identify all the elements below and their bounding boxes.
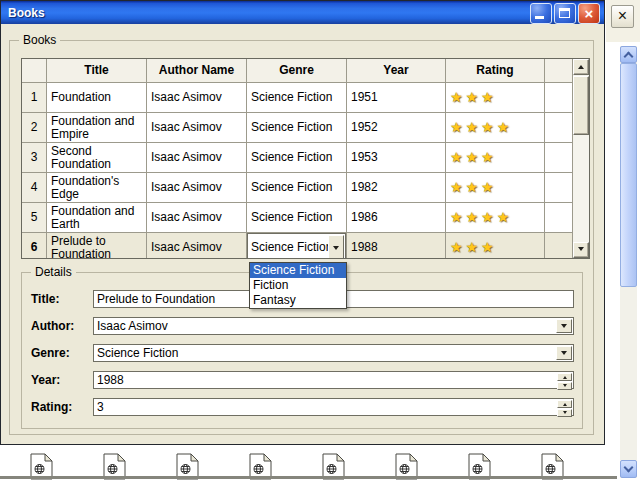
- genre-cell[interactable]: Science Fiction: [247, 113, 347, 143]
- row-number-cell[interactable]: 4: [22, 173, 47, 203]
- year-cell[interactable]: 1951: [347, 83, 446, 113]
- star-rating-icons: ★★★: [450, 91, 497, 104]
- author-field-label: Author:: [31, 317, 74, 335]
- table-scroll-up-button[interactable]: [573, 59, 589, 75]
- year-spinner-input[interactable]: [94, 372, 556, 388]
- genre-combobox-input[interactable]: [94, 345, 556, 361]
- header-genre[interactable]: Genre: [247, 59, 347, 83]
- author-combobox-dropdown-button[interactable]: [556, 319, 572, 333]
- table-row[interactable]: 5 Foundation and Earth Isaac Asimov Scie…: [22, 203, 572, 233]
- genre-field-label: Genre:: [31, 344, 70, 362]
- author-field: [93, 317, 574, 335]
- author-cell[interactable]: Isaac Asimov: [147, 113, 247, 143]
- genre-combobox[interactable]: Science Fiction: [247, 233, 346, 259]
- title-cell[interactable]: Prelude to Foundation: [47, 233, 147, 259]
- year-spin-up-button[interactable]: [557, 373, 572, 381]
- rating-spin-down-button[interactable]: [557, 409, 572, 417]
- header-author[interactable]: Author Name: [147, 59, 247, 83]
- dropdown-option-fiction[interactable]: Fiction: [250, 278, 346, 293]
- row-number-cell[interactable]: 6: [22, 233, 47, 259]
- year-field: [93, 371, 574, 389]
- screen: Books × Books Title Author Name Genre Ye…: [0, 0, 640, 480]
- genre-combobox-dropdown-button[interactable]: [556, 346, 572, 360]
- row-number-cell[interactable]: 2: [22, 113, 47, 143]
- table-scrollbar-thumb[interactable]: [573, 76, 589, 135]
- table-header-row: Title Author Name Genre Year Rating: [22, 59, 572, 83]
- table-row[interactable]: 4 Foundation's Edge Isaac Asimov Science…: [22, 173, 572, 203]
- title-cell[interactable]: Foundation's Edge: [47, 173, 147, 203]
- table-row[interactable]: 1 Foundation Isaac Asimov Science Fictio…: [22, 83, 572, 113]
- rating-cell[interactable]: ★★★★: [446, 203, 545, 233]
- title-cell[interactable]: Foundation and Earth: [47, 203, 147, 233]
- year-spin-down-button[interactable]: [557, 382, 572, 390]
- title-cell[interactable]: Foundation and Empire: [47, 113, 147, 143]
- close-button[interactable]: ×: [578, 3, 600, 24]
- window-title: Books: [1, 6, 45, 20]
- close-icon: ×: [618, 7, 627, 24]
- books-window: Books × Books Title Author Name Genre Ye…: [0, 0, 605, 445]
- author-combobox-input[interactable]: [94, 318, 556, 334]
- genre-combobox-dropdown-button[interactable]: [328, 235, 344, 259]
- table-scroll-down-button[interactable]: [573, 242, 589, 258]
- year-cell[interactable]: 1953: [347, 143, 446, 173]
- header-rating[interactable]: Rating: [446, 59, 545, 83]
- titlebar[interactable]: Books ×: [1, 1, 604, 24]
- author-cell[interactable]: Isaac Asimov: [147, 173, 247, 203]
- outer-scrollbar-thumb[interactable]: [620, 63, 637, 287]
- year-cell[interactable]: 1986: [347, 203, 446, 233]
- genre-cell[interactable]: Science Fiction: [247, 83, 347, 113]
- minimize-icon: [535, 16, 544, 19]
- table-row[interactable]: 2 Foundation and Empire Isaac Asimov Sci…: [22, 113, 572, 143]
- genre-dropdown-list: Science Fiction Fiction Fantasy: [249, 262, 347, 309]
- maximize-button[interactable]: [554, 3, 576, 24]
- row-number-cell[interactable]: 3: [22, 143, 47, 173]
- rating-cell[interactable]: ★★★: [446, 233, 545, 259]
- chevron-down-icon: [624, 463, 634, 473]
- rating-spin-up-button[interactable]: [557, 400, 572, 408]
- outer-scroll-up-button[interactable]: [620, 46, 637, 63]
- title-field-label: Title:: [31, 290, 59, 308]
- year-cell[interactable]: 1952: [347, 113, 446, 143]
- filler-cell: [545, 203, 572, 233]
- table-scrollbar[interactable]: [572, 59, 589, 258]
- triangle-down-icon: [563, 384, 567, 389]
- triangle-down-icon: [578, 247, 584, 254]
- author-cell[interactable]: Isaac Asimov: [147, 233, 247, 259]
- chevron-down-icon: [333, 246, 339, 253]
- chevron-up-icon: [624, 52, 634, 62]
- row-number-cell[interactable]: 5: [22, 203, 47, 233]
- author-cell[interactable]: Isaac Asimov: [147, 83, 247, 113]
- row-number-cell[interactable]: 1: [22, 83, 47, 113]
- table-row[interactable]: 3 Second Foundation Isaac Asimov Science…: [22, 143, 572, 173]
- year-cell[interactable]: 1982: [347, 173, 446, 203]
- table-row-selected[interactable]: 6 Prelude to Foundation Isaac Asimov Sci…: [22, 233, 572, 259]
- title-cell[interactable]: Second Foundation: [47, 143, 147, 173]
- maximize-icon: [559, 8, 570, 18]
- rating-spinner-input[interactable]: [94, 399, 556, 415]
- filler-cell: [545, 233, 572, 259]
- author-cell[interactable]: Isaac Asimov: [147, 203, 247, 233]
- rating-cell[interactable]: ★★★: [446, 173, 545, 203]
- title-cell[interactable]: Foundation: [47, 83, 147, 113]
- header-row-number[interactable]: [22, 59, 47, 83]
- triangle-up-icon: [563, 374, 567, 379]
- filler-cell: [545, 173, 572, 203]
- year-cell[interactable]: 1988: [347, 233, 446, 259]
- outer-scroll-down-button[interactable]: [620, 460, 637, 478]
- dropdown-option-fantasy[interactable]: Fantasy: [250, 293, 346, 308]
- rating-cell[interactable]: ★★★★: [446, 113, 545, 143]
- dropdown-option-science-fiction[interactable]: Science Fiction: [250, 263, 346, 278]
- header-year[interactable]: Year: [347, 59, 446, 83]
- rating-field-label: Rating:: [31, 398, 72, 416]
- minimize-button[interactable]: [530, 3, 552, 24]
- rating-cell[interactable]: ★★★: [446, 143, 545, 173]
- genre-cell[interactable]: Science Fiction: [247, 173, 347, 203]
- author-cell[interactable]: Isaac Asimov: [147, 143, 247, 173]
- genre-cell[interactable]: Science Fiction: [247, 203, 347, 233]
- header-title[interactable]: Title: [47, 59, 147, 83]
- rating-cell[interactable]: ★★★: [446, 83, 545, 113]
- details-groupbox-label: Details: [31, 265, 76, 279]
- outer-close-button[interactable]: ×: [611, 5, 634, 28]
- genre-cell[interactable]: Science Fiction: [247, 143, 347, 173]
- genre-combobox-value: Science Fiction: [251, 241, 332, 254]
